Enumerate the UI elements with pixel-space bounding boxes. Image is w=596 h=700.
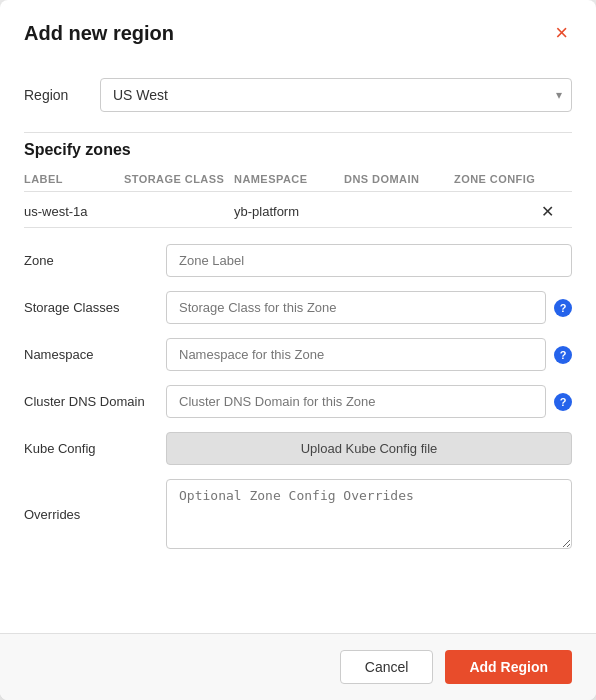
col-header-zone-config: ZONE CONFIG — [454, 173, 554, 185]
dns-field-row: Cluster DNS Domain ? — [24, 385, 572, 418]
region-select[interactable]: US West US East EU West Asia Pacific — [100, 78, 572, 112]
region-row: Region US West US East EU West Asia Paci… — [24, 62, 572, 132]
namespace-help-icon[interactable]: ? — [554, 346, 572, 364]
overrides-field-label: Overrides — [24, 507, 154, 522]
kube-input-wrapper: Upload Kube Config file — [166, 432, 572, 465]
namespace-input[interactable] — [166, 338, 546, 371]
dns-input-wrapper: ? — [166, 385, 572, 418]
zone-input-wrapper — [166, 244, 572, 277]
add-region-modal: Add new region × Region US West US East … — [0, 0, 596, 700]
dns-input[interactable] — [166, 385, 546, 418]
overrides-textarea[interactable] — [166, 479, 572, 549]
zone-row-namespace: yb-platform — [234, 204, 344, 219]
namespace-field-row: Namespace ? — [24, 338, 572, 371]
overrides-field-row: Overrides — [24, 479, 572, 549]
zone-row-close-button[interactable]: ✕ — [454, 202, 554, 221]
dns-help-icon[interactable]: ? — [554, 393, 572, 411]
zone-input[interactable] — [166, 244, 572, 277]
namespace-input-wrapper: ? — [166, 338, 572, 371]
col-header-storage-class: STORAGE CLASS — [124, 173, 234, 185]
zones-table-header: LABEL STORAGE CLASS NAMESPACE DNS DOMAIN… — [24, 169, 572, 192]
col-header-namespace: NAMESPACE — [234, 173, 344, 185]
overrides-input-wrapper — [166, 479, 572, 549]
table-row: us-west-1a yb-platform ✕ — [24, 192, 572, 227]
region-select-wrapper: US West US East EU West Asia Pacific ▾ — [100, 78, 572, 112]
storage-input-wrapper: ? — [166, 291, 572, 324]
zone-row-label: us-west-1a — [24, 204, 124, 219]
namespace-field-label: Namespace — [24, 347, 154, 362]
zone-form: Zone Storage Classes ? Namespace — [24, 228, 572, 549]
modal-close-button[interactable]: × — [551, 20, 572, 46]
kube-field-row: Kube Config Upload Kube Config file — [24, 432, 572, 465]
zone-field-label: Zone — [24, 253, 154, 268]
zones-section: Specify zones LABEL STORAGE CLASS NAMESP… — [24, 133, 572, 549]
storage-input[interactable] — [166, 291, 546, 324]
storage-field-label: Storage Classes — [24, 300, 154, 315]
dns-field-label: Cluster DNS Domain — [24, 394, 154, 409]
modal-header: Add new region × — [0, 0, 596, 62]
storage-help-icon[interactable]: ? — [554, 299, 572, 317]
storage-field-row: Storage Classes ? — [24, 291, 572, 324]
col-header-label: LABEL — [24, 173, 124, 185]
cancel-button[interactable]: Cancel — [340, 650, 434, 684]
modal-title: Add new region — [24, 22, 174, 45]
region-label: Region — [24, 87, 84, 103]
zone-field-row: Zone — [24, 244, 572, 277]
col-header-dns-domain: DNS DOMAIN — [344, 173, 454, 185]
modal-body: Region US West US East EU West Asia Paci… — [0, 62, 596, 633]
add-region-button[interactable]: Add Region — [445, 650, 572, 684]
section-title: Specify zones — [24, 133, 572, 169]
kube-field-label: Kube Config — [24, 441, 154, 456]
upload-kube-config-button[interactable]: Upload Kube Config file — [166, 432, 572, 465]
modal-footer: Cancel Add Region — [0, 633, 596, 700]
